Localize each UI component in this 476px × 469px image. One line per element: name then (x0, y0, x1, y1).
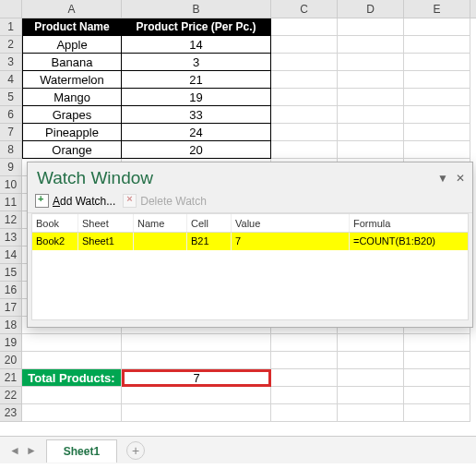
add-watch-button[interactable]: Add Watch... (35, 194, 115, 208)
cell-product-price[interactable]: 21 (122, 71, 271, 89)
cell[interactable] (271, 89, 338, 106)
total-products-label[interactable]: Total Products: (22, 369, 122, 387)
col-header-d[interactable]: D (338, 0, 404, 18)
watch-window[interactable]: Watch Window ▼ ✕ Add Watch... Delete Wat… (27, 162, 473, 328)
cell[interactable] (404, 334, 470, 352)
cell[interactable] (22, 334, 122, 352)
cell[interactable] (338, 71, 404, 89)
cell[interactable] (338, 369, 404, 387)
cell[interactable] (404, 89, 470, 106)
spreadsheet-grid[interactable]: A B C D E 1 Product Name Product Price (… (0, 0, 476, 434)
watch-row[interactable]: Book2 Sheet1 B21 7 =COUNT(B1:B20) (32, 233, 468, 250)
cell-product-name[interactable]: Grapes (22, 106, 122, 124)
row-header[interactable]: 8 (0, 141, 22, 159)
cell[interactable] (404, 71, 470, 89)
cell[interactable] (338, 36, 404, 54)
row-header[interactable]: 18 (0, 317, 22, 334)
cell[interactable] (271, 36, 338, 54)
cell[interactable] (338, 54, 404, 71)
tab-nav-prev-icon[interactable]: ◄ (9, 444, 20, 457)
watch-col-value[interactable]: Value (232, 214, 350, 232)
cell[interactable] (271, 106, 338, 124)
watch-col-formula[interactable]: Formula (350, 214, 468, 232)
cell[interactable] (22, 404, 122, 422)
close-icon[interactable]: ✕ (456, 172, 465, 185)
cell[interactable] (404, 404, 470, 422)
cell[interactable] (338, 18, 404, 36)
cell-product-price[interactable]: 3 (122, 54, 271, 71)
cell[interactable] (404, 54, 470, 71)
row-header[interactable]: 5 (0, 89, 22, 106)
row-header[interactable]: 4 (0, 71, 22, 89)
cell[interactable] (338, 141, 404, 159)
row-header[interactable]: 19 (0, 334, 22, 352)
cell[interactable] (271, 387, 338, 404)
cell[interactable] (122, 352, 271, 369)
cell[interactable] (338, 334, 404, 352)
col-header-a[interactable]: A (22, 0, 122, 18)
row-header[interactable]: 17 (0, 299, 22, 317)
row-header[interactable]: 11 (0, 194, 22, 211)
row-header[interactable]: 7 (0, 124, 22, 141)
select-all-corner[interactable] (0, 0, 22, 18)
cell[interactable] (404, 36, 470, 54)
cell[interactable] (271, 141, 338, 159)
cell[interactable] (271, 369, 338, 387)
col-header-e[interactable]: E (404, 0, 470, 18)
cell[interactable] (404, 18, 470, 36)
add-sheet-button[interactable]: + (126, 441, 145, 460)
cell-product-name[interactable]: Watermelon (22, 71, 122, 89)
cell[interactable] (338, 352, 404, 369)
cell[interactable] (404, 387, 470, 404)
cell[interactable] (404, 369, 470, 387)
cell[interactable] (404, 352, 470, 369)
cell-product-price[interactable]: 14 (122, 36, 271, 54)
cell-product-name[interactable]: Mango (22, 89, 122, 106)
tab-nav-next-icon[interactable]: ► (26, 444, 37, 457)
cell-product-name[interactable]: Banana (22, 54, 122, 71)
header-product-name[interactable]: Product Name (22, 18, 122, 36)
cell-product-name[interactable]: Pineapple (22, 124, 122, 141)
header-product-price[interactable]: Product Price (Per Pc.) (122, 18, 271, 36)
cell[interactable] (338, 387, 404, 404)
watch-col-cell[interactable]: Cell (187, 214, 232, 232)
row-header[interactable]: 12 (0, 211, 22, 229)
row-header[interactable]: 16 (0, 282, 22, 299)
row-header[interactable]: 13 (0, 229, 22, 247)
cell[interactable] (338, 404, 404, 422)
cell[interactable] (122, 387, 271, 404)
cell[interactable] (338, 124, 404, 141)
cell-product-price[interactable]: 20 (122, 141, 271, 159)
cell-product-name[interactable]: Orange (22, 141, 122, 159)
cell-product-price[interactable]: 24 (122, 124, 271, 141)
total-products-value[interactable]: 7 (122, 369, 271, 387)
cell-product-price[interactable]: 19 (122, 89, 271, 106)
watch-col-sheet[interactable]: Sheet (78, 214, 134, 232)
cell[interactable] (404, 124, 470, 141)
row-header[interactable]: 14 (0, 247, 22, 264)
watch-col-name[interactable]: Name (134, 214, 187, 232)
watch-grid[interactable]: Book Sheet Name Cell Value Formula Book2… (31, 213, 469, 320)
cell[interactable] (404, 141, 470, 159)
row-header[interactable]: 10 (0, 176, 22, 194)
row-header[interactable]: 3 (0, 54, 22, 71)
row-header[interactable]: 20 (0, 352, 22, 369)
row-header[interactable]: 21 (0, 369, 22, 387)
cell[interactable] (271, 124, 338, 141)
cell[interactable] (122, 404, 271, 422)
col-header-b[interactable]: B (122, 0, 271, 18)
tab-sheet1[interactable]: Sheet1 (46, 439, 117, 463)
row-header[interactable]: 1 (0, 18, 22, 36)
cell[interactable] (271, 71, 338, 89)
cell[interactable] (338, 106, 404, 124)
cell[interactable] (271, 352, 338, 369)
cell[interactable] (22, 387, 122, 404)
cell-product-price[interactable]: 33 (122, 106, 271, 124)
cell[interactable] (271, 404, 338, 422)
cell[interactable] (22, 352, 122, 369)
watch-col-book[interactable]: Book (32, 214, 78, 232)
row-header[interactable]: 2 (0, 36, 22, 54)
cell[interactable] (338, 89, 404, 106)
cell[interactable] (404, 106, 470, 124)
row-header[interactable]: 23 (0, 404, 22, 422)
